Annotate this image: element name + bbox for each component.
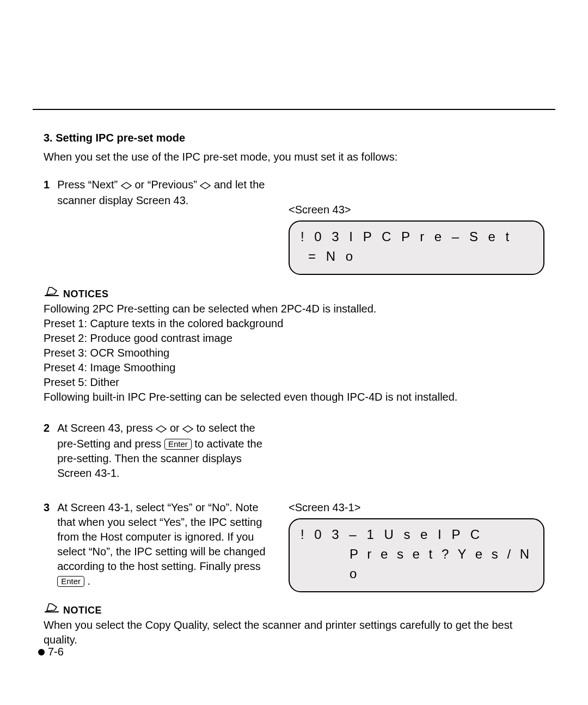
pencil-icon [44, 285, 60, 301]
svg-marker-4 [156, 426, 166, 432]
notices-heading: NOTICES [44, 285, 544, 301]
lcd-screen-43: ! 0 3 I P C P r e – S e t = N o [289, 220, 544, 275]
notice-line: Preset 3: OCR Smoothing [44, 346, 544, 360]
text: At Screen 43, press [57, 422, 156, 434]
page-number: 7-6 [48, 646, 64, 658]
notice-line: Following 2PC Pre-setting can be selecte… [44, 302, 544, 316]
step-1: 1 Press “Next” or “Previous” and let the… [44, 177, 272, 208]
section-intro: When you set the use of the IPC pre-set … [44, 150, 544, 164]
screen-43-1-label: <Screen 43-1> [289, 500, 544, 515]
screen-43-1-col: <Screen 43-1> ! 0 3 – 1 U s e I P C P r … [289, 500, 544, 592]
text: . [88, 575, 91, 587]
notices-block: NOTICES Following 2PC Pre-setting can be… [44, 285, 544, 404]
lcd-screen-43-1: ! 0 3 – 1 U s e I P C P r e s e t ? Y e … [289, 518, 544, 592]
step-2-number: 2 [44, 421, 50, 481]
step-2-row: 2 At Screen 43, press or to select the p… [44, 421, 544, 481]
screen-43-col: <Screen 43> ! 0 3 I P C P r e – S e t = … [289, 177, 544, 275]
step-2-text: At Screen 43, press or to select the pre… [57, 421, 272, 481]
notices-label: NOTICES [63, 287, 109, 301]
lcd-line-1: ! 0 3 – 1 U s e I P C [301, 525, 532, 544]
notice-line: Preset 1: Capture texts in the colored b… [44, 316, 544, 331]
lcd-line-2: P r e s e t ? Y e s / N o [301, 544, 532, 584]
enter-key-icon: Enter [164, 439, 192, 450]
notice-label: NOTICE [63, 604, 102, 617]
content: 3. Setting IPC pre-set mode When you set… [44, 131, 544, 647]
step-3: 3 At Screen 43-1, select “Yes” or “No”. … [44, 500, 272, 588]
svg-marker-7 [47, 604, 57, 611]
horizontal-rule [33, 109, 555, 110]
svg-marker-0 [121, 182, 131, 189]
page-footer: 7-6 [38, 646, 64, 658]
text: At Screen 43-1, select “Yes” or “No”. No… [57, 501, 265, 572]
notice-line: Following built-in IPC Pre-setting can b… [44, 390, 544, 404]
step-3-text: At Screen 43-1, select “Yes” or “No”. No… [57, 500, 272, 588]
empty-col [289, 421, 544, 446]
notice-heading: NOTICE [44, 601, 544, 617]
text: or “Previous” [134, 179, 200, 191]
page: 3. Setting IPC pre-set mode When you set… [0, 0, 588, 705]
svg-marker-5 [183, 426, 193, 432]
next-diamond-icon [121, 179, 132, 193]
notice-block: NOTICE When you select the Copy Quality,… [44, 601, 544, 647]
previous-diamond-icon [200, 179, 211, 193]
bullet-icon [38, 649, 45, 655]
section-title: 3. Setting IPC pre-set mode [44, 131, 544, 145]
enter-key-icon: Enter [57, 576, 84, 587]
step-2: 2 At Screen 43, press or to select the p… [44, 421, 272, 481]
diamond-icon [182, 422, 193, 437]
notices-body: Following 2PC Pre-setting can be selecte… [44, 302, 544, 404]
lcd-line-1: ! 0 3 I P C P r e – S e t [301, 227, 532, 247]
diamond-icon [156, 422, 167, 437]
text: or [170, 422, 182, 434]
step-1-row: 1 Press “Next” or “Previous” and let the… [44, 177, 544, 275]
screen-43-label: <Screen 43> [289, 203, 544, 217]
notice-body: When you select the Copy Quality, select… [44, 618, 544, 647]
notice-line: Preset 4: Image Smoothing [44, 360, 544, 375]
notice-line: Preset 2: Produce good contrast image [44, 331, 544, 346]
step-3-number: 3 [44, 500, 50, 588]
text: Press “Next” [57, 179, 121, 191]
pencil-icon [44, 601, 60, 617]
svg-marker-3 [47, 287, 57, 295]
lcd-line-2: = N o [301, 247, 532, 266]
notice-line: Preset 5: Dither [44, 375, 544, 390]
step-3-row: 3 At Screen 43-1, select “Yes” or “No”. … [44, 500, 544, 592]
step-1-text: Press “Next” or “Previous” and let the s… [57, 177, 272, 208]
step-1-number: 1 [44, 177, 50, 208]
svg-marker-1 [200, 182, 210, 189]
